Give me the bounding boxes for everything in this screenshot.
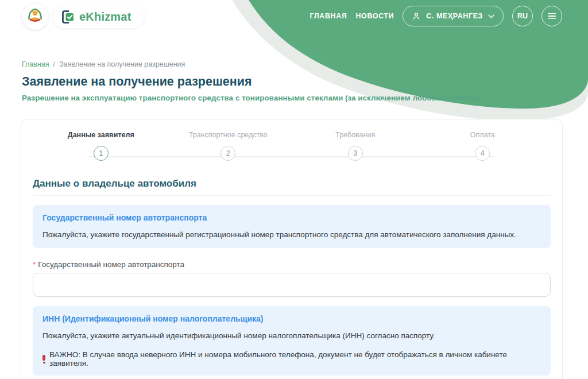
hamburger-icon — [548, 13, 556, 20]
warning-text: ВАЖНО: В случае ввода неверного ИНН и но… — [49, 350, 541, 368]
plate-number-input[interactable] — [33, 273, 551, 297]
step-number: 2 — [220, 146, 235, 161]
page-title: Заявление на получение разрешения — [22, 75, 252, 89]
step-number: 1 — [94, 146, 109, 161]
language-code: RU — [517, 12, 528, 20]
ekhizmat-check-icon — [60, 9, 75, 25]
breadcrumb-home-link[interactable]: Главная — [22, 60, 49, 68]
breadcrumb-current: Заявление на получение разрешения — [59, 60, 185, 68]
info-box-text: Пожалуйста, укажите актуальный идентифик… — [42, 331, 541, 341]
step-label: Транспортное средство — [189, 131, 268, 139]
breadcrumb: Главная / Заявление на получение разреше… — [22, 60, 185, 68]
brand-name: eKhizmat — [79, 10, 131, 24]
brand-pill[interactable]: eKhizmat — [53, 5, 144, 28]
header-logo-group: eKhizmat — [22, 3, 144, 30]
nav-link-news[interactable]: НОВОСТИ — [355, 12, 394, 20]
menu-button[interactable] — [541, 6, 562, 26]
info-box-title: ИНН (Идентификационный номер налогоплате… — [42, 314, 541, 323]
info-box-title: Государственный номер автотранспорта — [42, 213, 541, 222]
step-vehicle[interactable]: Транспортное средство 2 — [165, 131, 292, 161]
chevron-down-icon — [488, 14, 494, 18]
section-title-owner-data: Данные о владельце автомобиля — [33, 178, 551, 196]
info-box-text: Пожалуйста, укажите государственный реги… — [42, 230, 541, 240]
breadcrumb-separator: / — [53, 60, 55, 68]
user-icon — [412, 11, 421, 21]
field-label-text: Государственный номер автотранспорта — [38, 260, 184, 269]
nav-link-home[interactable]: ГЛАВНАЯ — [310, 12, 347, 20]
required-asterisk: * — [33, 260, 36, 269]
user-menu[interactable]: С. МЕҲРАНГЕЗ — [403, 6, 504, 26]
info-box-inn: ИНН (Идентификационный номер налогоплате… — [33, 306, 551, 376]
header-nav: ГЛАВНАЯ НОВОСТИ С. МЕҲРАНГЕЗ RU — [310, 6, 562, 26]
step-label: Данные заявителя — [68, 131, 134, 139]
application-form-card: Данные заявителя 1 Транспортное средство… — [21, 119, 563, 379]
step-label: Оплата — [470, 131, 495, 139]
exclamation-icon — [42, 355, 45, 363]
step-payment[interactable]: Оплата 4 — [419, 131, 547, 161]
stepper: Данные заявителя 1 Транспортное средство… — [21, 119, 562, 161]
step-label: Требования — [335, 131, 375, 139]
step-number: 3 — [348, 146, 363, 161]
field-label: *Государственный номер автотранспорта — [33, 260, 551, 269]
info-box-plate: Государственный номер автотранспорта Пож… — [33, 205, 551, 248]
info-box-warning: ВАЖНО: В случае ввода неверного ИНН и но… — [42, 350, 541, 368]
step-applicant-data[interactable]: Данные заявителя 1 — [37, 131, 165, 161]
tajikistan-emblem-logo[interactable] — [22, 3, 48, 30]
emblem-icon — [25, 6, 45, 27]
page: eKhizmat ГЛАВНАЯ НОВОСТИ С. МЕҲРАНГЕЗ RU… — [0, 0, 588, 379]
user-name: С. МЕҲРАНГЕЗ — [426, 12, 483, 20]
step-requirements[interactable]: Требования 3 — [292, 131, 419, 161]
language-switcher[interactable]: RU — [512, 6, 533, 26]
field-plate-number: *Государственный номер автотранспорта — [33, 260, 551, 297]
step-number: 4 — [475, 146, 490, 161]
page-subtitle: Разрешение на эксплуатацию транспортного… — [22, 94, 479, 102]
